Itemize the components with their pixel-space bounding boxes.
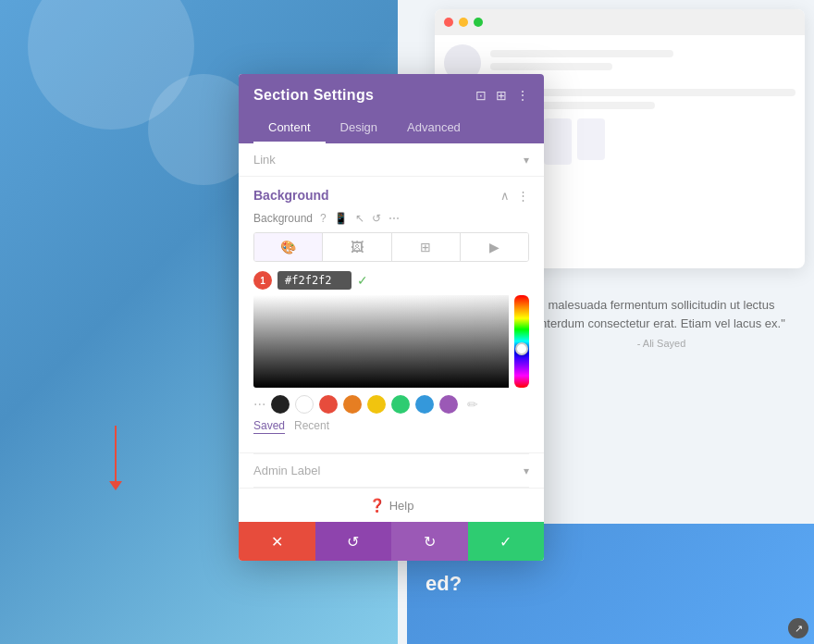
swatch-row: ··· ✏ xyxy=(253,395,529,414)
collapse-icon[interactable]: ∧ xyxy=(500,189,510,203)
swatch-white[interactable] xyxy=(295,395,314,414)
swatch-red[interactable] xyxy=(319,395,338,414)
admin-label-text: Admin Label xyxy=(253,464,320,477)
color-check-icon[interactable]: ✓ xyxy=(357,273,368,288)
color-hex-input[interactable] xyxy=(278,271,352,290)
swatch-blue[interactable] xyxy=(415,395,434,414)
swatch-yellow[interactable] xyxy=(367,395,386,414)
admin-label-chevron: ▾ xyxy=(524,464,529,477)
tab-advanced[interactable]: Advanced xyxy=(392,113,475,143)
bg-more-icon[interactable]: ⋮ xyxy=(517,189,529,203)
swatch-tabs: Saved Recent xyxy=(253,419,529,434)
mock-bar xyxy=(577,118,605,160)
background-section-title: Background xyxy=(253,188,329,203)
saturation-field[interactable] xyxy=(253,295,509,388)
reset-icon[interactable]: ↺ xyxy=(372,212,381,225)
quote-text: malesuada fermentum sollicitudin ut lect… xyxy=(537,298,785,330)
background-section: Background ∧ ⋮ Background ? 📱 ↖ ↺ ⋯ 🎨 xyxy=(239,177,544,452)
mac-titlebar xyxy=(435,9,805,35)
tab-design[interactable]: Design xyxy=(326,113,392,143)
gallery-icon: ⊞ xyxy=(420,240,431,254)
panel-title-icons: ⊡ ⊞ ⋮ xyxy=(475,88,529,103)
swatch-more-icon[interactable]: ··· xyxy=(253,396,265,413)
blue-bottom-text: ed? xyxy=(426,572,462,596)
more-icon[interactable]: ⋮ xyxy=(516,88,529,103)
background-section-controls: ∧ ⋮ xyxy=(500,189,529,203)
help-question-icon[interactable]: ? xyxy=(320,212,327,225)
reset-button[interactable]: ↺ xyxy=(315,522,392,561)
split-icon[interactable]: ⊞ xyxy=(496,88,507,103)
bg-type-color[interactable]: 🎨 xyxy=(254,233,323,261)
color-picker-area xyxy=(253,295,529,388)
bg-type-video[interactable]: ▶ xyxy=(461,233,528,261)
swatch-tab-recent[interactable]: Recent xyxy=(294,419,329,434)
bg-type-image[interactable]: 🖼 xyxy=(323,233,391,261)
corner-resize-icon[interactable]: ↗ xyxy=(788,618,808,638)
tab-content[interactable]: Content xyxy=(253,113,326,143)
video-icon: ▶ xyxy=(489,240,500,254)
panel-footer: ✕ ↺ ↻ ✓ xyxy=(239,522,544,561)
quote-author: - Ali Sayed xyxy=(527,336,796,352)
panel-tabs: Content Design Advanced xyxy=(253,113,529,143)
hue-thumb xyxy=(515,342,528,355)
link-chevron-icon: ▾ xyxy=(524,154,529,167)
swatch-black[interactable] xyxy=(271,395,290,414)
background-toolbar: Background ? 📱 ↖ ↺ ⋯ xyxy=(253,212,529,225)
panel-title: Section Settings xyxy=(253,87,374,104)
panel-body: Link ▾ Background ∧ ⋮ Background ? 📱 ↖ ↺… xyxy=(239,143,544,561)
mobile-icon[interactable]: 📱 xyxy=(334,212,348,225)
cursor-icon[interactable]: ↖ xyxy=(355,212,364,225)
swatch-orange[interactable] xyxy=(343,395,362,414)
link-section-row[interactable]: Link ▾ xyxy=(239,143,544,177)
help-row[interactable]: ❓ Help xyxy=(239,488,544,522)
background-section-header: Background ∧ ⋮ xyxy=(253,188,529,203)
hue-slider[interactable] xyxy=(514,295,529,388)
mock-line xyxy=(490,63,612,70)
swatch-pen-icon[interactable]: ✏ xyxy=(463,395,482,414)
toolbar-more-icon[interactable]: ⋯ xyxy=(388,212,400,225)
image-icon: 🖼 xyxy=(351,240,364,254)
color-gradient-canvas[interactable] xyxy=(253,295,529,388)
color-hex-row: 1 ✓ xyxy=(253,271,529,290)
panel-header: Section Settings ⊡ ⊞ ⋮ Content Design Ad… xyxy=(239,74,544,143)
down-arrow xyxy=(109,426,122,490)
cancel-button[interactable]: ✕ xyxy=(239,522,315,561)
save-button[interactable]: ✓ xyxy=(468,522,545,561)
admin-label-section: Admin Label ▾ xyxy=(239,452,544,488)
mac-dot-red xyxy=(444,18,453,27)
quote-area: malesuada fermentum sollicitudin ut lect… xyxy=(527,296,796,352)
mock-bar xyxy=(544,118,572,165)
background-toolbar-label: Background xyxy=(253,212,313,225)
swatch-green[interactable] xyxy=(391,395,410,414)
admin-label-row[interactable]: Admin Label ▾ xyxy=(253,453,529,488)
mock-line xyxy=(490,50,673,57)
fullscreen-icon[interactable]: ⊡ xyxy=(475,88,487,103)
section-settings-panel: Section Settings ⊡ ⊞ ⋮ Content Design Ad… xyxy=(239,74,544,561)
color-fill-icon: 🎨 xyxy=(280,240,296,254)
background-type-row: 🎨 🖼 ⊞ ▶ xyxy=(253,232,529,262)
color-badge: 1 xyxy=(253,271,272,290)
help-label: Help xyxy=(389,499,414,513)
link-label: Link xyxy=(253,153,276,167)
mac-dot-yellow xyxy=(459,18,468,27)
mac-dot-green xyxy=(474,18,483,27)
swatch-tab-saved[interactable]: Saved xyxy=(253,419,285,434)
panel-title-row: Section Settings ⊡ ⊞ ⋮ xyxy=(253,87,529,104)
swatch-purple[interactable] xyxy=(439,395,458,414)
redo-button[interactable]: ↻ xyxy=(391,522,468,561)
bg-type-gallery[interactable]: ⊞ xyxy=(392,233,461,261)
help-icon: ❓ xyxy=(369,498,385,513)
